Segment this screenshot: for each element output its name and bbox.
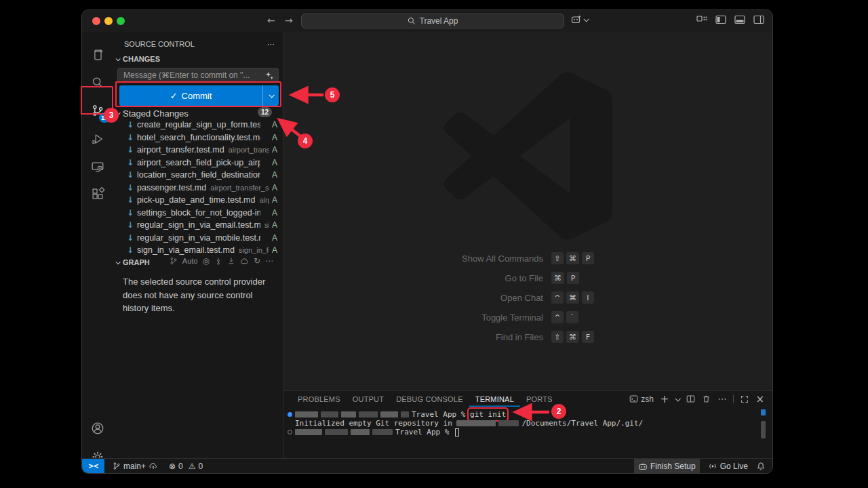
staged-file-row[interactable]: ↓regular_sign_in_via_mobile.test.md...A (113, 232, 283, 245)
shortcut-label: Open Chat (500, 293, 543, 303)
split-terminal-icon[interactable] (686, 394, 695, 403)
markdown-file-icon: ↓ (127, 170, 134, 180)
toggle-panel-icon[interactable] (734, 14, 745, 25)
branch-icon (113, 462, 121, 470)
terminal-cursor (455, 428, 459, 436)
watermark-shortcuts: Show All Commands ⇧⌘P Go to File ⌘P Open… (462, 252, 594, 343)
tab-problems[interactable]: PROBLEMS (292, 391, 347, 407)
fetch-icon[interactable] (214, 257, 222, 265)
terminal-scrollbar[interactable] (761, 421, 766, 439)
branch-status-item[interactable]: main+ (108, 459, 162, 473)
commit-message-box (117, 68, 279, 83)
tab-debug-console[interactable]: DEBUG CONSOLE (390, 391, 469, 407)
close-window-button[interactable] (92, 17, 100, 25)
commit-button[interactable]: ✓ Commit (119, 85, 279, 106)
changes-label: CHANGES (123, 55, 160, 63)
tab-output[interactable]: OUTPUT (347, 391, 390, 407)
terminal-output-path: /Documents/Travel App/.git/ (521, 419, 643, 428)
explorer-icon[interactable] (82, 41, 113, 68)
branch-icon (170, 257, 178, 265)
key-chip: ^ (551, 311, 564, 323)
staged-file-row[interactable]: ↓create_regular_sign_up_form.test.mdA (113, 119, 283, 131)
changes-section-header[interactable]: CHANGES (116, 55, 279, 63)
minimize-window-button[interactable] (104, 17, 113, 25)
annotation-step-2: 2 (551, 404, 566, 419)
check-icon: ✓ (170, 91, 178, 101)
finish-setup-button[interactable]: Finish Setup (634, 459, 700, 473)
staged-file-row[interactable]: ↓settings_block_for_not_logged-in_u...A (113, 207, 283, 220)
title-bar: ← → Travel App (82, 10, 772, 33)
customize-layout-icon[interactable] (696, 14, 707, 25)
staged-file-row[interactable]: ↓regular_sign_in_via_email.test.mdsi...A (113, 219, 283, 232)
staged-changes-header[interactable]: Staged Changes 12 (116, 108, 279, 119)
extensions-icon[interactable] (82, 180, 113, 207)
refresh-icon[interactable]: ↻ (254, 256, 260, 266)
sparkle-icon[interactable] (265, 71, 274, 80)
notifications-bell[interactable] (752, 459, 772, 473)
cloud-icon[interactable] (240, 257, 249, 266)
forward-icon[interactable]: → (285, 15, 293, 26)
graph-section-header[interactable]: GRAPH Auto ◎ ↻ ⋯ (116, 258, 279, 266)
staged-file-row[interactable]: ↓hotel_search_functionality.test.mdA (113, 131, 283, 144)
toggle-secondary-sidebar-icon[interactable] (753, 14, 764, 25)
pull-icon[interactable] (227, 257, 235, 265)
staged-file-row[interactable]: ↓airport_search_field_pick-up_airpor...A (113, 157, 283, 169)
git-status-added: A (272, 208, 277, 218)
errors-icon: ⊗ (169, 462, 176, 471)
key-chip: I (582, 291, 594, 304)
staged-file-row[interactable]: ↓passenger.test.mdairport_transfer_s...A (113, 182, 283, 195)
kill-terminal-icon[interactable] (702, 394, 711, 403)
new-terminal-icon[interactable]: + (660, 393, 669, 405)
git-status-added: A (272, 195, 277, 205)
staged-file-row[interactable]: ↓pick-up_date_and_time.test.mdairp...A (113, 194, 283, 207)
markdown-file-icon: ↓ (127, 245, 134, 255)
tab-ports[interactable]: PORTS (520, 391, 559, 407)
key-chip: P (582, 252, 594, 264)
key-chip: ⇧ (551, 252, 564, 264)
commit-dropdown-button[interactable] (262, 85, 279, 106)
copilot-menu[interactable] (571, 14, 588, 25)
tab-terminal[interactable]: TERMINAL (469, 391, 520, 407)
command-center-search[interactable]: Travel App (301, 14, 564, 28)
terminal-content[interactable]: Travel App % git init Initialized empty … (283, 407, 772, 458)
staged-file-row[interactable]: ↓airport_transfer.test.mdairport_trans..… (113, 144, 283, 157)
broadcast-icon (708, 462, 717, 471)
toggle-primary-sidebar-icon[interactable] (715, 14, 726, 25)
zoom-window-button[interactable] (117, 17, 125, 25)
chevron-down-icon (583, 16, 589, 22)
bell-icon (756, 462, 766, 471)
markdown-file-icon: ↓ (127, 120, 134, 129)
search-text: Travel App (420, 16, 458, 26)
accounts-icon[interactable] (82, 415, 113, 442)
staged-file-row[interactable]: ↓location_search_field_destination_l...A (113, 169, 283, 182)
auto-label[interactable]: Auto (182, 257, 198, 265)
more-actions-icon[interactable]: ⋯ (267, 40, 275, 49)
go-live-button[interactable]: Go Live (704, 459, 752, 473)
maximize-panel-icon[interactable] (741, 395, 749, 403)
commit-message-input[interactable] (118, 70, 265, 80)
target-icon[interactable]: ◎ (202, 256, 209, 266)
search-icon (408, 17, 416, 25)
search-view-icon[interactable] (82, 69, 113, 96)
remote-explorer-icon[interactable] (82, 153, 113, 180)
close-panel-icon[interactable]: × (755, 393, 764, 405)
warnings-icon: ⚠ (189, 462, 196, 471)
more-actions-icon[interactable]: ⋯ (717, 394, 726, 404)
staged-file-row[interactable]: ↓sign_in_via_email.test.mdsign_in_fo...A (113, 244, 283, 257)
bottom-panel: PROBLEMS OUTPUT DEBUG CONSOLE TERMINAL P… (283, 390, 772, 458)
key-chip: ⌘ (566, 331, 579, 343)
chevron-down-icon[interactable] (675, 396, 681, 401)
key-chip: P (567, 272, 579, 284)
key-chip: F (582, 331, 594, 343)
divider (733, 395, 734, 403)
finish-setup-label: Finish Setup (650, 462, 696, 471)
back-icon[interactable]: ← (267, 15, 275, 26)
more-actions-icon[interactable]: ⋯ (265, 256, 273, 266)
remote-indicator[interactable]: >< (82, 459, 104, 473)
source-control-sidebar: SOURCE CONTROL ⋯ CHANGES ✓ Commit (113, 33, 283, 458)
terminal-prompt: Travel App % (395, 428, 454, 436)
problems-status-item[interactable]: ⊗ 0 ⚠ 0 (165, 459, 207, 473)
shortcut-label: Show All Commands (462, 253, 543, 264)
run-debug-icon[interactable] (82, 125, 113, 152)
shell-selector[interactable]: zsh (629, 394, 654, 404)
